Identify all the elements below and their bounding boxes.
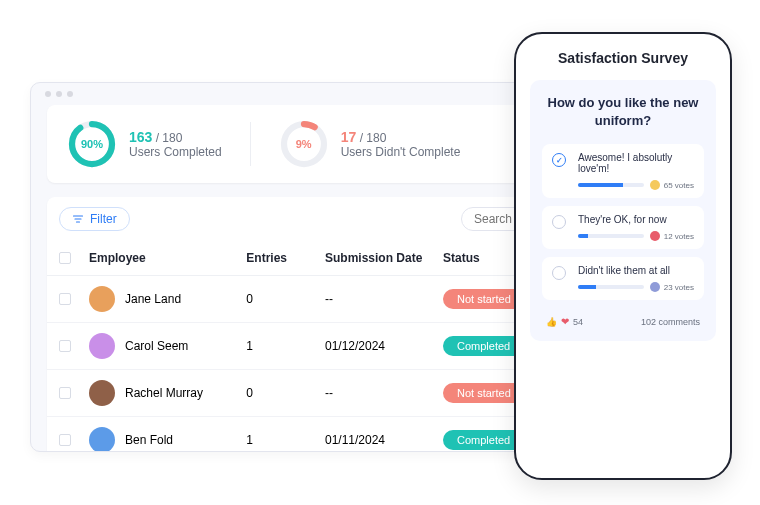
vote-count: 12 votes [664,232,694,241]
row-checkbox[interactable] [59,387,71,399]
vote-count: 23 votes [664,283,694,292]
date-cell: 01/12/2024 [325,339,443,353]
vote-bar [578,183,644,187]
table-row[interactable]: Ben Fold 1 01/11/2024 Completed [47,417,573,452]
row-checkbox[interactable] [59,293,71,305]
date-cell: -- [325,386,443,400]
employee-cell: Rachel Murray [89,380,246,406]
comments-link[interactable]: 102 comments [641,317,700,327]
stat-text: 163 / 180 Users Completed [129,129,222,159]
window-dot [56,91,62,97]
survey-option[interactable]: Didn't like them at all 23 votes [542,257,704,300]
gauge-percent: 90% [67,119,117,169]
avatar [89,380,115,406]
window-title-bar [31,83,589,105]
stats-card: 90% 163 / 180 Users Completed 9% [47,105,573,183]
browser-window: 90% 163 / 180 Users Completed 9% [30,82,590,452]
avatar [89,427,115,452]
survey-question: How do you like the new uniform? [542,94,704,130]
status-badge: Not started [443,289,525,309]
col-entries: Entries [246,251,325,265]
radio[interactable] [552,153,566,167]
heart-icon: ❤ [561,316,569,327]
stat-completed: 90% 163 / 180 Users Completed [67,119,222,169]
stat-label: Users Completed [129,145,222,159]
employee-name: Rachel Murray [125,386,203,400]
stat-total: / 180 [360,131,387,145]
select-all-checkbox[interactable] [59,252,71,264]
option-text: They're OK, for now [578,214,694,225]
avatar [89,333,115,359]
survey-footer: 👍 ❤ 54 102 comments [542,308,704,327]
entries-cell: 0 [246,386,325,400]
table-row[interactable]: Jane Land 0 -- Not started [47,276,573,323]
radio[interactable] [552,215,566,229]
gauge-not-completed: 9% [279,119,329,169]
phone-title: Satisfaction Survey [530,50,716,66]
vote-count: 65 votes [664,181,694,190]
vote-bar [578,234,644,238]
avatar [89,286,115,312]
radio[interactable] [552,266,566,280]
survey-card: How do you like the new uniform? Awesome… [530,80,716,341]
gauge-completed: 90% [67,119,117,169]
employee-cell: Carol Seem [89,333,246,359]
option-text: Didn't like them at all [578,265,694,276]
employee-cell: Jane Land [89,286,246,312]
table-header: Employee Entries Submission Date Status [47,241,573,276]
divider [250,122,251,166]
gauge-percent: 9% [279,119,329,169]
survey-option[interactable]: They're OK, for now 12 votes [542,206,704,249]
entries-cell: 0 [246,292,325,306]
stat-label: Users Didn't Complete [341,145,461,159]
stat-count: 17 [341,129,357,145]
status-badge: Not started [443,383,525,403]
entries-cell: 1 [246,433,325,447]
survey-option[interactable]: Awesome! I absolutly love'm! 65 votes [542,144,704,198]
table-row[interactable]: Rachel Murray 0 -- Not started [47,370,573,417]
status-badge: Completed [443,336,524,356]
phone-frame: Satisfaction Survey How do you like the … [514,32,732,480]
thumbs-up-icon: 👍 [546,317,557,327]
stat-total: / 180 [156,131,183,145]
window-dot [45,91,51,97]
employee-name: Carol Seem [125,339,188,353]
likes[interactable]: 👍 ❤ 54 [546,316,583,327]
date-cell: 01/11/2024 [325,433,443,447]
employee-name: Ben Fold [125,433,173,447]
vote-bar [578,285,644,289]
vote-avatar-icon [650,180,660,190]
table-row[interactable]: Carol Seem 1 01/12/2024 Completed [47,323,573,370]
row-checkbox[interactable] [59,434,71,446]
employee-cell: Ben Fold [89,427,246,452]
table-toolbar: Filter [47,197,573,241]
window-dot [67,91,73,97]
option-text: Awesome! I absolutly love'm! [578,152,694,174]
vote-avatar-icon [650,231,660,241]
filter-button[interactable]: Filter [59,207,130,231]
filter-label: Filter [90,212,117,226]
vote-avatar-icon [650,282,660,292]
filter-icon [72,213,84,225]
stat-not-completed: 9% 17 / 180 Users Didn't Complete [279,119,461,169]
like-count: 54 [573,317,583,327]
stat-count: 163 [129,129,152,145]
status-badge: Completed [443,430,524,450]
employee-name: Jane Land [125,292,181,306]
date-cell: -- [325,292,443,306]
row-checkbox[interactable] [59,340,71,352]
entries-cell: 1 [246,339,325,353]
col-employee: Employee [89,251,246,265]
col-date: Submission Date [325,251,443,265]
table-card: Filter Employee Entries Submission Date … [47,197,573,452]
stat-text: 17 / 180 Users Didn't Complete [341,129,461,159]
